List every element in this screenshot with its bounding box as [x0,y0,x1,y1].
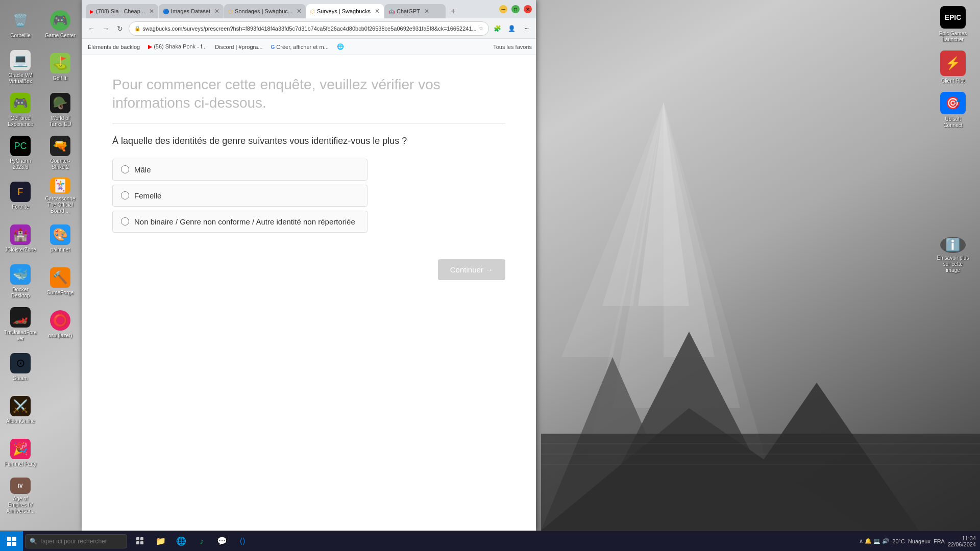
radio-male[interactable] [121,165,129,173]
desktop-icon-cs2[interactable]: 🔫 Counter-Strike 2 [42,133,79,173]
desktop-icon-golf[interactable]: ⛳ Golf It! [42,47,79,88]
desktop-icon-albion[interactable]: ⚔️ AlbionOnline [2,390,39,431]
desktop-icon-tmunited[interactable]: 🏎️ TmUnitedForever [2,304,39,345]
desktop-icon-epic[interactable]: EPIC Epic Games Launcher [930,4,976,45]
search-icon: 🔍 [30,538,37,545]
reload-button[interactable]: ↻ [114,21,126,36]
taskbar-systray: ∧ 🔔 💻 🔊 20°C Nuageux FRA 11:34 22/06/202… [855,531,980,552]
bookmark-discord[interactable]: Discord | #progra... [213,43,264,51]
bookmark-shaka[interactable]: ▶ (56) Shaka Ponk - f... [146,42,209,51]
desktop-icon-paintnet[interactable]: 🎨 paint.net [42,218,79,259]
desktop-icon-gamecenter[interactable]: 🎮 Game Center [42,4,79,45]
tab-surveys-label: Surveys | Swagbucks [317,8,371,14]
forward-button[interactable]: → [100,21,111,36]
close-button[interactable]: ✕ [524,5,532,13]
tab-sondages[interactable]: ⬡ Sondages | Swagbuc... ✕ [224,4,306,18]
browser-navbar: ← → ↻ 🔒 swagbucks.com/surveys/prescreen?… [82,18,536,39]
desktop-icon-wot[interactable]: 🪖 World of Tanks EU [42,90,79,131]
taskbar-icon-filebrowser[interactable]: 📁 [152,532,170,550]
taskbar-icon-discord[interactable]: 💬 [213,532,231,550]
bookmark-web[interactable]: 🌐 [335,42,346,51]
desktop-icon-label: World of Tanks EU [44,115,77,128]
star-icon[interactable]: ☆ [479,26,483,31]
desktop-icon-oracle[interactable]: 💻 Oracle VM VirtualBox [2,47,39,88]
all-favorites-button[interactable]: Tous les favoris [493,44,532,50]
back-button[interactable]: ← [86,21,97,36]
desktop-icon-docker[interactable]: 🐳 Docker Desktop [2,261,39,302]
survey-container: Pour commencer cette enquête, veuillez v… [82,55,536,531]
bookmark-backlog[interactable]: Éléments de backlog [86,43,142,51]
taskbar-icon-spotify[interactable]: ♪ [192,532,211,550]
continue-button[interactable]: Continuer → [438,259,505,280]
tab-images-close-icon[interactable]: ✕ [214,8,219,15]
temperature-text: 20°C [892,538,905,544]
tab-images-dataset[interactable]: 🔵 Images Dataset ✕ [159,4,224,18]
option-male[interactable]: Mâle [112,159,368,181]
desktop-icon-label: Golf It! [53,76,67,82]
desktop-icon-geforce[interactable]: 🎮 GeForce Experience [2,90,39,131]
tab-surveys[interactable]: ⬡ Surveys | Swagbucks ✕ [306,4,384,18]
taskbar-icon-browser[interactable]: 🌐 [172,532,190,550]
svg-rect-16 [12,537,16,541]
taskbar-search[interactable]: 🔍 [25,534,127,548]
desktop-icon-steam[interactable]: ⊙ Steam [2,347,39,388]
desktop-icon-carcassonne[interactable]: 🃏 Carcassonne The Official Board ... [42,176,79,216]
systray-icons: ∧ 🔔 💻 🔊 [859,538,889,544]
taskbar-icon-vscode[interactable]: ⟨⟩ [233,532,252,550]
ubisoft-label: Ubisoft Connect [936,116,970,129]
taskbar-icon-multitasking[interactable] [131,532,150,550]
desktop-icon-jcloister[interactable]: 🏰 JCloisterZone [2,218,39,259]
desktop-icon-label: paint.net [51,247,70,253]
video-icon: ▶ [148,43,152,49]
tab-chatgpt-close-icon[interactable]: ✕ [424,8,429,15]
radio-options-container: Mâle Femelle Non binaire / Genre non con… [112,159,368,233]
youtube-favicon-icon: ▶ [90,9,94,14]
desktop-icon-label: Game Center [45,33,76,39]
date-text: 22/06/2024 [948,541,976,547]
tab-chatgpt[interactable]: 🤖 ChatGPT ✕ [384,4,446,18]
desktop-icon-pycharm[interactable]: PC PyCharm 2023.3 [2,133,39,173]
new-tab-button[interactable]: + [446,4,460,18]
svg-rect-18 [12,542,16,546]
radio-nonbinary[interactable] [121,217,129,226]
option-female[interactable]: Femelle [112,185,368,207]
desktop-icon-ensavoir[interactable]: ℹ️ En savoir plus sur cette image [930,235,976,276]
bookmark-google[interactable]: G Créer, afficher et m... [268,43,330,51]
desktop-icon-osu[interactable]: ⭕ osu!(lazer) [42,304,79,345]
svg-rect-19 [136,537,139,540]
tab-images-label: Images Dataset [171,8,210,14]
desktop-icon-fortnite[interactable]: F Fortnite [2,176,39,216]
extensions-button[interactable]: 🧩 [492,21,503,36]
desktop-icon-curseforge[interactable]: 🔨 CurseForge [42,261,79,302]
tab-surveys-close-icon[interactable]: ✕ [375,8,380,15]
tab-sondages-close-icon[interactable]: ✕ [297,8,302,15]
desktop-icon-label: Counter-Strike 2 [44,158,77,170]
option-nonbinary[interactable]: Non binaire / Genre non conforme / Autre… [112,211,368,233]
tab-youtube-close-icon[interactable]: ✕ [149,8,154,15]
desktop-icon-riot[interactable]: ⚡ Client Riot [930,47,976,88]
desktop-icon-label: PyCharm 2023.3 [4,158,37,170]
menu-button[interactable]: ··· [521,21,532,36]
clock[interactable]: 11:34 22/06/2024 [948,535,976,547]
browser-tabs: ▶ (708) Sia - Cheap... ✕ 🔵 Images Datase… [86,0,497,18]
desktop-icon-label: osu!(lazer) [48,333,72,339]
desktop-icon-ubisoft[interactable]: 🎯 Ubisoft Connect [930,90,976,131]
minimize-button[interactable]: ─ [499,5,507,13]
desktop-icon-label: Steam [13,375,28,382]
sondages-favicon-icon: ⬡ [228,9,233,14]
desktop-icon-corbeille[interactable]: 🗑️ Corbeille [2,4,39,45]
weather-text: Nuageux [908,538,930,544]
desktop-icon-label: Age of Empires IV Anniversar... [4,496,37,514]
maximize-button[interactable]: □ [511,5,520,13]
profile-button[interactable]: 👤 [506,21,518,36]
search-input[interactable] [39,538,121,545]
option-female-label: Femelle [134,191,161,200]
radio-female[interactable] [121,191,129,199]
desktop-icon-pummel[interactable]: 🎉 Pummel Party [2,433,39,473]
tab-youtube[interactable]: ▶ (708) Sia - Cheap... ✕ [86,4,158,18]
address-bar[interactable]: 🔒 swagbucks.com/surveys/prescreen?hsh=f8… [129,21,488,36]
desktop-icon-age[interactable]: IV Age of Empires IV Anniversar... [2,475,39,516]
desktop-icon-label: GeForce Experience [4,115,37,128]
desktop-icon-label: Pummel Party [5,461,37,467]
start-button[interactable] [0,531,23,552]
